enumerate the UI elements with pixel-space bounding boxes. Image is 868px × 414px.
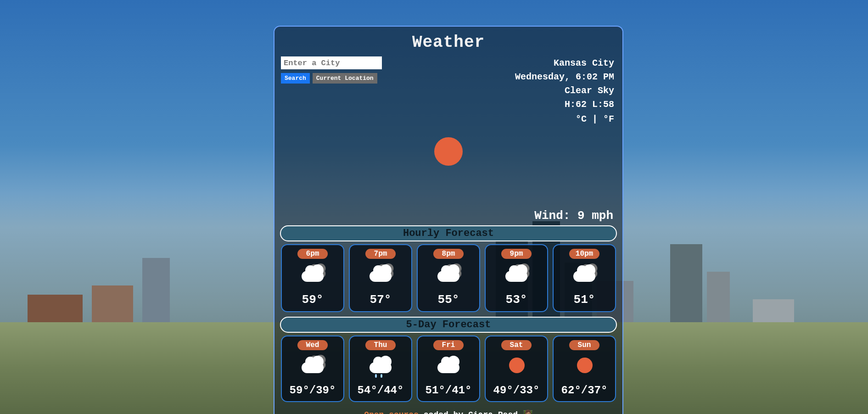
open-source-link[interactable]: Open-source bbox=[364, 410, 419, 414]
daily-tile: Thu54°/44° bbox=[349, 336, 412, 402]
current-icon-area bbox=[280, 126, 617, 209]
cloud-icon bbox=[437, 271, 459, 282]
hourly-icon bbox=[571, 264, 598, 285]
unit-celsius[interactable]: °C bbox=[576, 114, 587, 124]
app-title: Weather bbox=[280, 27, 617, 56]
hourly-temp: 57° bbox=[370, 293, 392, 307]
hourly-temp: 53° bbox=[506, 293, 527, 307]
hourly-icon bbox=[503, 264, 530, 285]
hourly-tile: 8pm55° bbox=[417, 244, 480, 312]
cloud-icon bbox=[573, 271, 595, 282]
hourly-temp: 59° bbox=[302, 293, 324, 307]
hourly-icon bbox=[435, 264, 462, 285]
hourly-label: 6pm bbox=[297, 249, 328, 259]
daily-header: 5-Day Forecast bbox=[280, 317, 617, 333]
current-info: Kansas City Wednesday, 6:02 PM Clear Sky… bbox=[515, 56, 616, 126]
rain-icon bbox=[375, 374, 377, 378]
sun-icon bbox=[434, 137, 463, 166]
hourly-label: 9pm bbox=[501, 249, 532, 259]
daily-temp: 62°/37° bbox=[561, 384, 608, 397]
current-location-button[interactable]: Current Location bbox=[313, 73, 377, 84]
hourly-icon bbox=[367, 264, 394, 285]
weather-card: Weather Search Current Location Kansas C… bbox=[274, 26, 623, 414]
daily-label: Wed bbox=[297, 340, 328, 350]
daily-icon bbox=[299, 356, 326, 376]
hourly-icon bbox=[299, 264, 326, 285]
hourly-tile: 6pm59° bbox=[281, 244, 344, 312]
rain-icon bbox=[381, 374, 382, 378]
search-column: Search Current Location bbox=[281, 56, 382, 84]
wind-readout: Wind: 9 mph bbox=[280, 209, 617, 223]
city-input[interactable] bbox=[281, 56, 382, 69]
daily-label: Thu bbox=[365, 340, 396, 350]
daily-tile: Wed59°/39° bbox=[281, 336, 344, 402]
hourly-label: 8pm bbox=[433, 249, 464, 259]
cloud-icon bbox=[302, 362, 324, 373]
daily-temp: 51°/41° bbox=[426, 384, 472, 397]
daily-icon bbox=[503, 356, 530, 376]
footer-text: coded by Ciara Reed bbox=[419, 410, 523, 414]
hourly-tile: 9pm53° bbox=[485, 244, 548, 312]
condition: Clear Sky bbox=[515, 84, 614, 98]
hourly-temp: 51° bbox=[574, 293, 595, 307]
daily-label: Fri bbox=[433, 340, 464, 350]
hourly-tile: 7pm57° bbox=[349, 244, 412, 312]
daily-tile: Sun62°/37° bbox=[553, 336, 616, 402]
unit-fahrenheit[interactable]: °F bbox=[603, 114, 614, 124]
sun-icon bbox=[509, 358, 525, 373]
hourly-temp: 55° bbox=[438, 293, 459, 307]
hourly-header: Hourly Forecast bbox=[280, 225, 617, 241]
cloud-icon bbox=[370, 271, 392, 282]
hourly-tiles: 6pm59°7pm57°8pm55°9pm53°10pm51° bbox=[280, 244, 617, 316]
city-name: Kansas City bbox=[515, 56, 614, 70]
hourly-label: 7pm bbox=[365, 249, 396, 259]
hourly-label: 10pm bbox=[569, 249, 599, 259]
daily-temp: 59°/39° bbox=[290, 384, 336, 397]
cloud-icon bbox=[302, 271, 324, 282]
daily-icon bbox=[571, 356, 598, 376]
unit-toggle: °C | °F bbox=[515, 112, 614, 126]
cloud-icon bbox=[370, 362, 392, 373]
daily-label: Sun bbox=[569, 340, 599, 350]
hi-lo: H:62 L:58 bbox=[515, 98, 614, 112]
daily-icon bbox=[367, 356, 394, 376]
daily-tiles: Wed59°/39°Thu54°/44°Fri51°/41°Sat49°/33°… bbox=[280, 336, 617, 406]
daily-icon bbox=[435, 356, 462, 376]
footer: Open-source coded by Ciara Reed 👩🏽‍💻 bbox=[280, 406, 617, 414]
cloud-icon bbox=[437, 362, 459, 373]
daily-label: Sat bbox=[501, 340, 532, 350]
hourly-tile: 10pm51° bbox=[553, 244, 616, 312]
daily-tile: Sat49°/33° bbox=[485, 336, 548, 402]
daily-temp: 54°/44° bbox=[358, 384, 404, 397]
datetime: Wednesday, 6:02 PM bbox=[515, 70, 614, 84]
sun-icon bbox=[577, 358, 593, 373]
daily-temp: 49°/33° bbox=[493, 384, 540, 397]
unit-separator: | bbox=[587, 114, 603, 124]
search-button[interactable]: Search bbox=[281, 73, 310, 84]
coder-emoji: 👩🏽‍💻 bbox=[523, 410, 533, 414]
cloud-icon bbox=[505, 271, 527, 282]
daily-tile: Fri51°/41° bbox=[417, 336, 480, 402]
